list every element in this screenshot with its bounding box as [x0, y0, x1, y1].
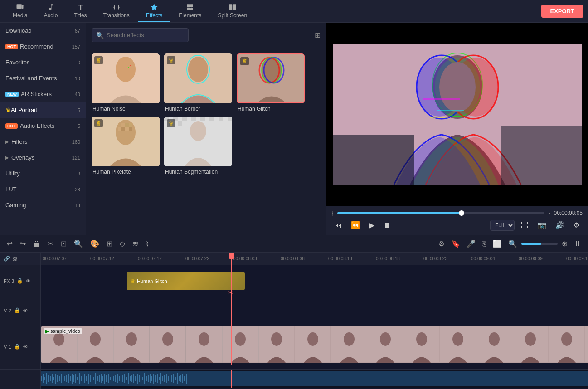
zoom-in-button[interactable]: ⊕ [559, 238, 570, 249]
search-input[interactable] [92, 28, 189, 42]
sidebar-item-ar-stickers[interactable]: NEW AR Stickers 40 [0, 86, 86, 102]
cut-button[interactable]: ✂ [45, 238, 56, 249]
snap-toggle[interactable]: ⛓ [13, 256, 18, 262]
titles-icon [77, 3, 85, 11]
stop-button[interactable]: ⏹ [381, 219, 394, 231]
svg-rect-55 [423, 98, 460, 100]
playhead[interactable] [231, 253, 232, 265]
keyframe-button[interactable]: ◇ [117, 238, 127, 249]
svg-rect-104 [101, 374, 102, 383]
sidebar-item-overlays[interactable]: ▶ Overlays 121 [0, 150, 86, 165]
svg-point-54 [439, 62, 476, 112]
snapshot-button[interactable]: 📷 [535, 219, 549, 231]
filters-count: 160 [72, 139, 80, 145]
fx-track-num: FX 3 [4, 278, 14, 284]
crop-button[interactable]: ⊡ [58, 238, 69, 249]
fx-clip-label: Human Glitch [137, 278, 167, 284]
settings-button[interactable]: ⚙ [571, 219, 583, 231]
playhead-audio [231, 370, 232, 388]
fx-clip[interactable]: ♛ Human Glitch [127, 272, 245, 290]
undo-button[interactable]: ↩ [5, 238, 15, 249]
v1-lock[interactable]: 🔒 [14, 344, 20, 350]
effect-card-human-pixelate[interactable]: ♛ Hum [92, 117, 160, 175]
sidebar-item-gaming[interactable]: Gaming 13 [0, 197, 86, 213]
nav-audio[interactable]: Audio [36, 0, 66, 22]
effect-card-human-border[interactable]: ♛ Human Border [164, 53, 232, 112]
progress-bar[interactable] [337, 212, 544, 214]
waveform-button[interactable]: ⌇ [143, 238, 151, 249]
svg-rect-132 [151, 376, 152, 381]
sidebar-item-favorites[interactable]: Favorites 0 [0, 54, 86, 70]
zoom-out-button[interactable]: 🔍 [506, 238, 520, 249]
sidebar-item-utility[interactable]: Utility 9 [0, 165, 86, 181]
sidebar-item-festival[interactable]: Festival and Events 10 [0, 70, 86, 86]
svg-rect-92 [79, 373, 80, 384]
nav-elements[interactable]: Elements [170, 0, 209, 22]
bookmark-button[interactable]: 🔖 [449, 238, 462, 249]
svg-rect-146 [177, 373, 178, 384]
audio-clip[interactable]: var x = 0; var bars = ''; for (var i = 0… [41, 371, 588, 386]
svg-rect-121 [131, 375, 132, 382]
nav-effects[interactable]: Effects [138, 0, 170, 22]
expand-arrow: ▶ [5, 139, 9, 144]
effect-label-human-pixelate: Human Pixelate [92, 169, 160, 175]
color-button[interactable]: 🎨 [88, 238, 102, 249]
sidebar-item-download[interactable]: Download 67 [0, 23, 86, 39]
nav-splitscreen[interactable]: Split Screen [209, 0, 255, 22]
step-back-button[interactable]: ⏮ [332, 219, 345, 231]
volume-button[interactable]: 🔊 [553, 219, 567, 231]
sidebar-item-lut[interactable]: LUT 28 [0, 181, 86, 197]
preview-panel: { } 00:00:08:05 ⏮ ⏪ ▶ ⏹ Full 1/2 1/4 [326, 23, 588, 235]
elements-icon [186, 3, 194, 11]
effects-icon [150, 3, 158, 11]
nav-titles[interactable]: Titles [66, 0, 95, 22]
grid-view-icon[interactable]: ⊞ [315, 31, 321, 39]
export-button[interactable]: EXPORT [541, 5, 583, 18]
v1-track-num: V 1 [4, 344, 11, 350]
fx-eye[interactable]: 👁 [26, 278, 31, 284]
nav-transitions[interactable]: Transitions [95, 0, 138, 22]
new-tag: NEW [5, 92, 19, 97]
transform-button[interactable]: ⊞ [104, 238, 115, 249]
track-labels: 🔗 ⛓ FX 3 🔒 👁 V 2 🔒 👁 V 1 🔒 👁 [0, 253, 41, 389]
svg-rect-95 [84, 374, 85, 383]
text-button[interactable]: ⬜ [491, 238, 504, 249]
effect-card-human-segmentation[interactable]: ♛ [164, 117, 232, 175]
sidebar-item-audio-effects[interactable]: HOT Audio Effects 5 [0, 118, 86, 134]
sidebar-item-ai-portrait[interactable]: ♛ AI Portrait 5 [0, 102, 86, 118]
v2-lock[interactable]: 🔒 [14, 307, 20, 313]
nav-media-label: Media [13, 12, 28, 19]
ruler-mark-10: 00:00:09:09 [519, 256, 566, 261]
timeline-content: 🔗 ⛓ FX 3 🔒 👁 V 2 🔒 👁 V 1 🔒 👁 [0, 253, 588, 389]
video-clip[interactable]: ▶ sample_video [41, 326, 588, 363]
transitions-icon [112, 3, 121, 11]
delete-button[interactable]: 🗑 [31, 238, 43, 249]
svg-rect-147 [179, 376, 180, 381]
audio-adjust-button[interactable]: ≋ [130, 238, 141, 249]
zoom-clip-button[interactable]: 🔍 [72, 238, 85, 249]
sidebar-item-filters[interactable]: ▶ Filters 160 [0, 134, 86, 150]
mic-button[interactable]: 🎤 [464, 238, 478, 249]
effect-card-human-glitch[interactable]: ♛ Human Glitch [237, 53, 305, 112]
crown-tag: ♛ [5, 107, 11, 113]
fx-lock[interactable]: 🔒 [17, 278, 23, 284]
play-button[interactable]: ▶ [366, 219, 377, 231]
fullscreen-button[interactable]: ⛶ [518, 219, 531, 231]
redo-button[interactable]: ↪ [18, 238, 28, 249]
effect-card-human-noise[interactable]: ♛ Human Noise [92, 53, 160, 112]
sidebar-item-recommend[interactable]: HOT Recommend 157 [0, 39, 86, 54]
v2-eye[interactable]: 👁 [23, 308, 28, 313]
frame-back-button[interactable]: ⏪ [348, 219, 363, 231]
svg-rect-114 [119, 376, 120, 381]
pause-tl-button[interactable]: ⏸ [572, 238, 583, 249]
v1-eye[interactable]: 👁 [23, 344, 28, 350]
ruler-marks: 00:00:07:07 00:00:07:12 00:00:07:17 00:0… [43, 256, 586, 261]
nav-media[interactable]: Media [5, 0, 36, 22]
media-icon [16, 3, 24, 11]
svg-rect-136 [159, 377, 160, 380]
settings2-button[interactable]: ⚙ [436, 238, 447, 249]
resolution-select[interactable]: Full 1/2 1/4 [490, 220, 515, 231]
link-toggle[interactable]: 🔗 [4, 256, 10, 262]
svg-rect-78 [53, 377, 54, 380]
copy-button[interactable]: ⎘ [480, 238, 489, 249]
